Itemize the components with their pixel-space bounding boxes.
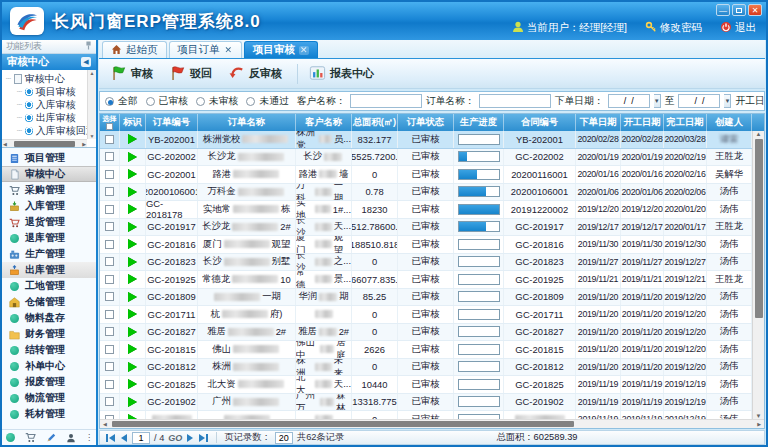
pin-icon[interactable] [85,41,92,52]
scroll-down-icon[interactable]: ▼ [756,413,762,419]
order-date-from-input[interactable] [608,94,650,108]
column-header-合同编号[interactable]: 合同编号 [504,114,576,131]
row-checkbox[interactable] [105,380,114,389]
go-button[interactable]: GO [168,433,182,443]
first-page-button[interactable] [105,434,116,442]
last-page-button[interactable] [198,434,209,442]
toolbar-button-反审核[interactable]: 反审核 [223,62,291,86]
sidebar-item-0[interactable]: 项目管理 [2,150,96,166]
collapse-icon[interactable]: ◀ [81,57,91,67]
table-row[interactable]: GC-202001路港路港墙0已审核202001160012020/01/162… [100,166,752,184]
scroll-up-icon[interactable]: ▲ [756,131,762,137]
page-input[interactable] [132,432,150,444]
column-header-下单日期[interactable]: 下单日期 [576,114,621,131]
row-checkbox[interactable] [105,292,114,301]
row-checkbox[interactable] [105,310,114,319]
scroll-left-icon[interactable]: ◀ [102,421,108,427]
row-checkbox[interactable] [105,327,114,336]
toolbar-button-审核[interactable]: 审核 [105,62,162,86]
more-icon[interactable]: ⋮ [85,433,93,442]
table-row[interactable]: GC-201827雅居2#雅居2#0已审核GC-2018272019/11/20… [100,324,752,342]
dropdown-arrow-icon[interactable]: ▼ [724,94,731,108]
order-date-to-input[interactable] [678,94,720,108]
horizontal-scrollbar[interactable]: ◀ ▶ [100,419,764,428]
tree-root-node[interactable]: ┄审核中心 [6,72,86,85]
sidebar-item-14[interactable]: 报废管理 [2,374,96,390]
tab-起始页[interactable]: 起始页 [102,41,167,58]
horizontal-scroll-thumb[interactable] [112,421,574,427]
sidebar-item-15[interactable]: 物流管理 [2,390,96,406]
column-header-开工日期[interactable]: 开工日期 [621,114,664,131]
tab-项目审核[interactable]: 项目审核✕ [244,41,318,58]
table-row[interactable]: YB-202001株洲党校株洲党员...832.177已审核YB-2020012… [100,131,752,149]
order-name-input[interactable] [479,94,551,108]
table-row[interactable]: GC-201917长沙龙2#长沙天...8512.78600...已审核GC-2… [100,219,752,237]
sidebar-item-5[interactable]: 退库管理 [2,230,96,246]
sidebar-item-1[interactable]: 审核中心 [2,166,96,182]
sidebar-item-13[interactable]: 补单中心 [2,358,96,374]
radio-未通过[interactable] [246,97,255,106]
sidebar-item-16[interactable]: 耗材管理 [2,406,96,422]
row-checkbox[interactable] [105,205,114,214]
table-row[interactable]: 0已审核2019/11/192019/11/192019/12/19汤伟 [100,411,752,419]
column-header-订单状态[interactable]: 订单状态 [398,114,454,131]
sidebar-item-11[interactable]: 财务管理 [2,326,96,342]
radio-全部[interactable] [105,97,114,106]
radio-未审核[interactable] [196,97,205,106]
row-checkbox[interactable] [105,345,114,354]
logout-button[interactable]: 退出 [720,21,756,35]
minimize-button[interactable]: — [716,4,730,16]
sidebar-item-3[interactable]: 入库管理 [2,198,96,214]
table-row[interactable]: GC-201823长沙别墅长沙之...0已审核GC-2018232019/11/… [100,254,752,272]
vertical-scrollbar[interactable]: ▲ ▼ [752,131,764,419]
tree-item-3[interactable]: ┄入库审核回退 [6,124,86,137]
table-row[interactable]: GC-201925常德龙10常德景...266077.835...已审核GC-2… [100,271,752,289]
close-button[interactable]: ✕ [748,4,762,16]
customer-name-input[interactable] [350,94,422,108]
row-checkbox[interactable] [105,222,114,231]
column-header-选择[interactable]: 选择 [100,114,120,131]
sidebar-item-8[interactable]: 工地管理 [2,278,96,294]
row-checkbox[interactable] [105,152,114,161]
sidebar-item-2[interactable]: 采购管理 [2,182,96,198]
table-row[interactable]: GC-201812株洲株洲未来0已审核GC-2018122019/11/2020… [100,359,752,377]
row-checkbox[interactable] [105,257,114,266]
column-header-标识[interactable]: 标识 [120,114,146,131]
sidebar-item-12[interactable]: 结转管理 [2,342,96,358]
row-checkbox[interactable] [105,170,114,179]
prev-page-button[interactable] [120,434,128,442]
column-header-订单名称[interactable]: 订单名称 [198,114,296,131]
table-row[interactable]: GC-201815佛山佛山中居庭2626已审核GC-2018152019/11/… [100,341,752,359]
column-header-生产进度[interactable]: 生产进度 [454,114,504,131]
row-checkbox[interactable] [105,362,114,371]
next-page-button[interactable] [186,434,194,442]
table-row[interactable]: GC-2018178实地常栋实地1#...18230已审核20191220002… [100,201,752,219]
tab-close-icon[interactable]: ✕ [224,45,234,55]
column-header-订单编号[interactable]: 订单编号 [146,114,198,131]
table-row[interactable]: 20200106001万科金万科一期0.78已审核202001060012020… [100,184,752,202]
column-header-完工日期[interactable]: 完工日期 [664,114,707,131]
toolbar-button-驳回[interactable]: 驳回 [164,62,221,86]
column-header-总面积(㎡)[interactable]: 总面积(㎡) [352,114,398,131]
row-checkbox[interactable] [105,135,114,144]
sidebar-item-4[interactable]: 退货管理 [2,214,96,230]
row-checkbox[interactable] [105,187,114,196]
tree-item-2[interactable]: ┄出库审核 [6,111,86,124]
table-row[interactable]: GC-201825北大资北大天...10440已审核GC-2018252019/… [100,376,752,394]
tree-item-1[interactable]: ┄入库审核 [6,98,86,111]
row-checkbox[interactable] [105,240,114,249]
table-row[interactable]: GC-201816厦门观望厦门观望188510.818已审核GC-2018162… [100,236,752,254]
tab-项目订单[interactable]: 项目订单✕ [169,41,243,58]
tree-vertical-scrollbar[interactable]: ▲▼ [87,70,96,139]
page-size-input[interactable] [275,432,293,444]
sidebar-item-6[interactable]: 生产管理 [2,246,96,262]
tree-horizontal-scrollbar[interactable]: ◀▶ [2,139,87,147]
sidebar-item-7[interactable]: 出库管理 [2,262,96,278]
table-row[interactable]: GC-201809一期华润期85.25已审核GC-2018092019/11/2… [100,289,752,307]
select-all-checkbox[interactable] [106,123,113,130]
column-header-客户名称[interactable]: 客户名称 [296,114,352,131]
radio-已审核[interactable] [146,97,155,106]
table-row[interactable]: GC-201711杭府)0已审核GC-2017112019/11/202019/… [100,306,752,324]
tree-item-0[interactable]: ┄项目审核 [6,85,86,98]
table-row[interactable]: GC-202002长沙龙长沙65525.7200...已审核GC-2020022… [100,149,752,167]
